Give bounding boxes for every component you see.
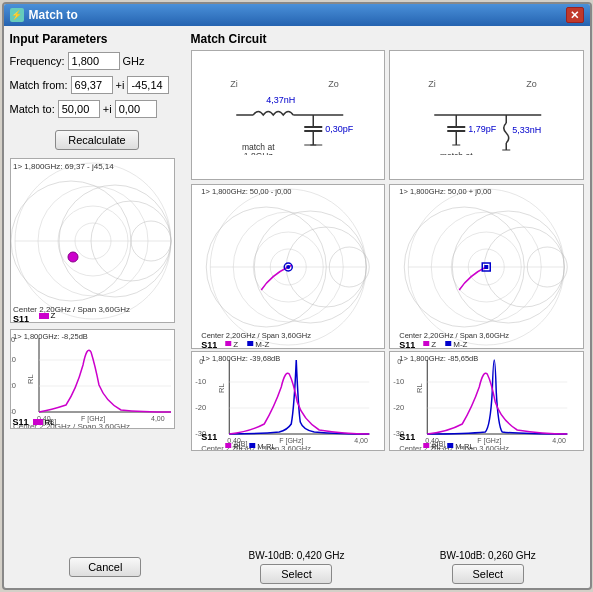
circuit-2: Zi Zo 1,79pF xyxy=(389,50,584,180)
title-bar: ⚡ Match to ✕ xyxy=(4,4,590,26)
select-button-2[interactable]: Select xyxy=(452,564,524,584)
rl-chart-1: 1> 1,800GHz: -39,68dB 0 -10 -20 -30 RL [… xyxy=(191,351,386,451)
svg-text:S11: S11 xyxy=(399,340,415,349)
match-to-row: Match to: +i xyxy=(10,100,185,118)
match-to-real[interactable] xyxy=(58,100,100,118)
svg-text:1,79pF: 1,79pF xyxy=(468,124,497,134)
match-from-imag[interactable] xyxy=(127,76,169,94)
svg-rect-74 xyxy=(247,341,253,346)
svg-text:1> 1,800GHz: 50,00 + j0,00: 1> 1,800GHz: 50,00 + j0,00 xyxy=(399,187,491,196)
graphs-row: 1> 1,800GHz: 50,00 - j0,00 Center 2,20GH… xyxy=(191,184,584,451)
match-circuit-title: Match Circuit xyxy=(191,32,584,46)
rl-chart-2: 1> 1,800GHz: -85,65dB 0 -10 -20 -30 RL [… xyxy=(389,351,584,451)
bottom-row: Cancel BW-10dB: 0,420 GHz Select BW-10dB… xyxy=(4,546,590,588)
window-title: Match to xyxy=(29,8,566,22)
svg-text:Center 2,20GHz / Span 3,60GHz: Center 2,20GHz / Span 3,60GHz xyxy=(399,444,509,451)
bw-text-2: BW-10dB: 0,260 GHz xyxy=(440,550,536,561)
svg-text:4,00: 4,00 xyxy=(151,415,165,422)
frequency-row: Frequency: GHz xyxy=(10,52,185,70)
svg-text:0: 0 xyxy=(397,357,401,366)
svg-text:1> 1,800GHz: 69,37 - j45,14: 1> 1,800GHz: 69,37 - j45,14 xyxy=(13,162,114,171)
svg-point-68 xyxy=(286,265,290,269)
svg-text:M-Z: M-Z xyxy=(255,340,269,349)
svg-text:-20: -20 xyxy=(195,403,206,412)
content-area: Input Parameters Frequency: GHz Match fr… xyxy=(4,26,590,546)
svg-text:Z: Z xyxy=(233,340,238,349)
bottom-right: BW-10dB: 0,260 GHz Select xyxy=(392,550,583,584)
svg-text:RL: RL xyxy=(233,442,243,451)
smith-chart-1: 1> 1,800GHz: 50,00 - j0,00 Center 2,20GH… xyxy=(191,184,386,349)
svg-text:S11: S11 xyxy=(201,432,217,442)
svg-text:M-RL: M-RL xyxy=(455,442,473,451)
bottom-left: Cancel xyxy=(10,557,201,577)
svg-text:RL: RL xyxy=(415,383,424,393)
svg-text:1> 1,800GHz: -85,65dB: 1> 1,800GHz: -85,65dB xyxy=(399,354,478,363)
svg-text:1> 1,800GHz: -39,68dB: 1> 1,800GHz: -39,68dB xyxy=(201,354,280,363)
svg-text:5,33nH: 5,33nH xyxy=(512,125,541,135)
svg-text:-10: -10 xyxy=(195,377,206,386)
svg-text:S11: S11 xyxy=(13,314,29,323)
graph-col-2: 1> 1,800GHz: 50,00 + j0,00 Center 2,20GH… xyxy=(389,184,584,451)
svg-text:1,8GHz: 1,8GHz xyxy=(243,151,272,155)
svg-text:M-Z: M-Z xyxy=(453,340,467,349)
input-params-title: Input Parameters xyxy=(10,32,185,46)
svg-text:match at: match at xyxy=(440,151,473,155)
svg-text:RL: RL xyxy=(217,383,226,393)
svg-rect-133 xyxy=(423,443,429,448)
svg-text:Zo: Zo xyxy=(328,79,339,89)
circuit-1: Zi Zo 4,37nH xyxy=(191,50,386,180)
close-button[interactable]: ✕ xyxy=(566,7,584,23)
match-from-label: Match from: xyxy=(10,79,68,91)
svg-text:1> 1,800GHz: -8,25dB: 1> 1,800GHz: -8,25dB xyxy=(13,332,88,341)
recalculate-button[interactable]: Recalculate xyxy=(55,130,138,150)
svg-text:0: 0 xyxy=(199,357,203,366)
right-panel: Match Circuit Zi Zo xyxy=(191,32,584,540)
svg-text:4,00: 4,00 xyxy=(552,437,566,444)
svg-text:-10: -10 xyxy=(393,377,404,386)
svg-rect-135 xyxy=(447,443,453,448)
left-smith-chart: 1> 1,800GHz: 69,37 - j45,14 Center 2,20G… xyxy=(10,158,175,323)
window-icon: ⚡ xyxy=(10,8,24,22)
svg-point-9 xyxy=(68,252,78,262)
match-to-imag[interactable] xyxy=(115,100,157,118)
svg-text:RL: RL xyxy=(431,442,441,451)
left-rl-chart: 1> 1,800GHz: -8,25dB 0 -10 -20 -30 RL [d… xyxy=(10,329,175,429)
svg-text:Center 2,20GHz / Span 3,60GHz: Center 2,20GHz / Span 3,60GHz xyxy=(399,331,509,340)
svg-rect-112 xyxy=(423,341,429,346)
svg-text:-30: -30 xyxy=(11,407,16,416)
svg-text:-10: -10 xyxy=(11,355,16,364)
svg-text:Center 2,20GHz / Span 3,60GHz: Center 2,20GHz / Span 3,60GHz xyxy=(201,444,311,451)
svg-text:Zi: Zi xyxy=(428,79,436,89)
svg-text:Center 2,20GHz / Span 3,60GHz: Center 2,20GHz / Span 3,60GHz xyxy=(201,331,311,340)
circuits-row: Zi Zo 4,37nH xyxy=(191,50,584,180)
svg-rect-108 xyxy=(484,265,488,269)
bw-text-1: BW-10dB: 0,420 GHz xyxy=(249,550,345,561)
svg-rect-93 xyxy=(225,443,231,448)
svg-text:4,37nH: 4,37nH xyxy=(266,95,295,105)
match-to-plus-i: +i xyxy=(103,103,112,115)
svg-text:RL: RL xyxy=(26,374,35,384)
svg-text:M-RL: M-RL xyxy=(257,442,275,451)
svg-text:Center 2,20GHz / Span 3,60GHz: Center 2,20GHz / Span 3,60GHz xyxy=(13,305,130,314)
graph-col-1: 1> 1,800GHz: 50,00 - j0,00 Center 2,20GH… xyxy=(191,184,386,451)
match-from-plus-i: +i xyxy=(116,79,125,91)
main-window: ⚡ Match to ✕ Input Parameters Frequency:… xyxy=(2,2,592,590)
svg-text:-20: -20 xyxy=(11,381,16,390)
bottom-center: BW-10dB: 0,420 GHz Select xyxy=(201,550,392,584)
select-button-1[interactable]: Select xyxy=(260,564,332,584)
svg-text:Z: Z xyxy=(431,340,436,349)
match-from-row: Match from: +i xyxy=(10,76,185,94)
svg-rect-72 xyxy=(225,341,231,346)
left-panel: Input Parameters Frequency: GHz Match fr… xyxy=(10,32,185,540)
match-from-real[interactable] xyxy=(71,76,113,94)
freq-unit: GHz xyxy=(123,55,145,67)
svg-text:-20: -20 xyxy=(393,403,404,412)
freq-input[interactable] xyxy=(68,52,120,70)
match-to-label: Match to: xyxy=(10,103,55,115)
svg-text:S11: S11 xyxy=(399,432,415,442)
svg-text:Zi: Zi xyxy=(230,79,238,89)
svg-rect-95 xyxy=(249,443,255,448)
cancel-button[interactable]: Cancel xyxy=(69,557,141,577)
svg-text:S11: S11 xyxy=(201,340,217,349)
freq-label: Frequency: xyxy=(10,55,65,67)
